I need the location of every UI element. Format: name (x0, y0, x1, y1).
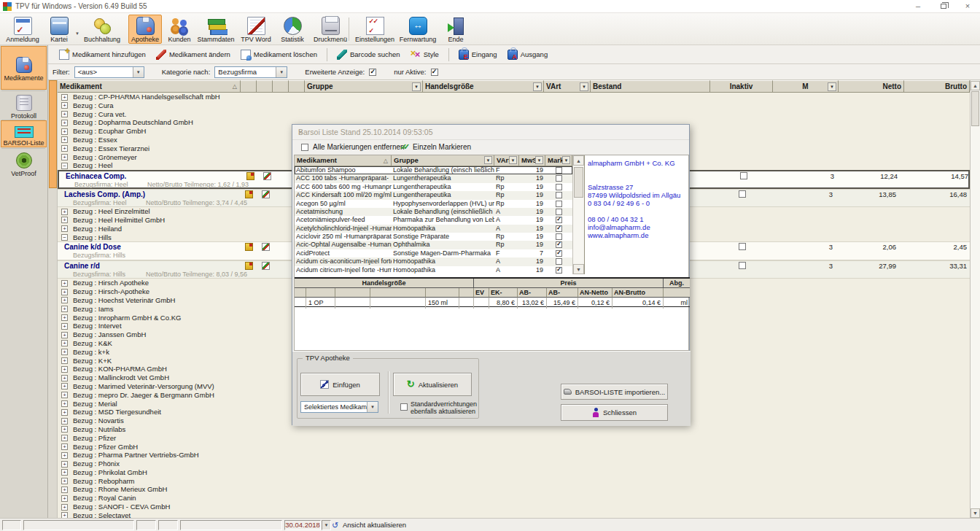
refresh-view-icon[interactable]: ↺ (332, 520, 338, 530)
chevron-down-icon[interactable]: ▼ (580, 82, 588, 91)
column-header-bestand[interactable]: Bestand (591, 80, 710, 93)
expand-toggle-icon[interactable]: + (61, 297, 68, 303)
chevron-down-icon[interactable]: ▼ (484, 156, 492, 164)
expand-toggle-icon[interactable]: + (61, 512, 68, 518)
category-row[interactable]: +Bezug : CP-PHARMA Handelsgesellschaft m… (58, 93, 970, 101)
date-field[interactable]: 30.04.2018 (284, 520, 321, 530)
minimize-button[interactable]: – (906, 0, 930, 13)
expand-toggle-icon[interactable]: − (61, 163, 68, 169)
chevron-down-icon[interactable]: ▼ (828, 82, 836, 91)
category-row[interactable]: +Bezug : Rebopharm (58, 477, 970, 486)
scroll-up-icon[interactable]: ▲ (971, 81, 980, 90)
mark-checkbox[interactable] (556, 192, 562, 198)
scroll-down-icon[interactable]: ▼ (573, 264, 584, 274)
expand-toggle-icon[interactable]: + (61, 94, 68, 101)
expand-toggle-icon[interactable]: + (61, 145, 68, 152)
only-active-checkbox[interactable] (431, 69, 438, 76)
dialog-medication-row[interactable]: AcidProtectSonstige Magen-Darm-PharmakaF… (295, 249, 572, 257)
package-icon[interactable] (245, 243, 253, 251)
dialog-column-gruppe[interactable]: Gruppe▼ (392, 155, 494, 166)
dialog-grid-scrollbar[interactable]: ▲ ▼ (572, 155, 584, 274)
syringe-icon[interactable] (263, 172, 271, 180)
toolbar-item-anmeldung[interactable]: Anmeldung (3, 15, 42, 44)
dialog-medication-row[interactable]: Acidum citricum-Injeel forte -Humanpräpa… (295, 266, 572, 274)
expand-toggle-icon[interactable]: + (61, 469, 68, 476)
expand-toggle-icon[interactable]: − (61, 234, 68, 241)
action-medikament-hinzufügen[interactable]: Medikament hinzufügen (54, 47, 151, 62)
toolbar-item-stammdaten[interactable]: Stammdaten (195, 15, 236, 44)
scroll-up-icon[interactable]: ▲ (573, 155, 584, 166)
expand-toggle-icon[interactable]: + (61, 504, 68, 511)
scrollbar-thumb[interactable] (574, 167, 583, 198)
sidebar-item-medikamente[interactable]: Medikamente (1, 46, 47, 90)
einfuegen-button[interactable]: Einfügen (300, 373, 380, 396)
expand-toggle-icon[interactable]: + (61, 418, 68, 425)
toolbar-item-ende[interactable]: Ende (442, 15, 470, 44)
schliessen-button[interactable]: Schliessen (561, 404, 668, 421)
dialog-medication-row[interactable]: Acic-Ophtal Augensalbe -HumanpräparaOpht… (295, 241, 572, 249)
inaktiv-checkbox[interactable] (739, 190, 746, 198)
category-row[interactable]: +Bezug : Pharma Partner Vertriebs-GmbH (58, 451, 970, 460)
expand-toggle-icon[interactable]: + (61, 136, 68, 143)
dialog-column-mark[interactable]: Mark▼ (545, 155, 572, 166)
expand-toggle-icon[interactable]: + (61, 120, 68, 126)
dialog-medication-row[interactable]: ACC 100 tabs -Humanpräparat-Lungentherap… (295, 174, 572, 182)
expand-toggle-icon[interactable]: + (61, 323, 68, 330)
aktualisieren-button[interactable]: ↻ Aktualisieren (393, 373, 472, 396)
toolbar-item-kunden[interactable]: Kunden (163, 15, 195, 44)
expand-toggle-icon[interactable]: + (61, 340, 68, 346)
mark-checkbox[interactable] (556, 225, 562, 232)
expand-toggle-icon[interactable]: + (61, 478, 68, 484)
toolbar-item-fernwartung[interactable]: Fernwartung (397, 15, 439, 44)
column-header-icon3[interactable] (273, 80, 289, 93)
expand-toggle-icon[interactable]: + (61, 426, 68, 433)
maximize-button[interactable] (930, 0, 955, 13)
mark-checkbox[interactable] (556, 201, 562, 207)
category-row[interactable]: +Bezug : Pfizer GmbH (58, 443, 970, 451)
mark-checkbox[interactable] (556, 167, 562, 174)
close-button[interactable]: × (955, 0, 980, 13)
toolbar-item-buchhaltung[interactable]: Buchhaltung (77, 15, 127, 44)
expand-toggle-icon[interactable]: + (61, 154, 68, 160)
expand-toggle-icon[interactable]: + (61, 225, 68, 232)
category-row[interactable]: +Bezug : Rhone Merieux GmbH (58, 485, 970, 494)
sidebar-item-protokoll[interactable]: Protokoll (1, 91, 47, 119)
dialog-medication-row[interactable]: ACC Kindersaft 100 ml/20 mg/ml -HumarLun… (295, 191, 572, 199)
dialog-column-vart[interactable]: VArt▼ (494, 155, 519, 166)
selection-scope-dropdown[interactable]: Selektiertes Medikamente ▼ (300, 401, 378, 413)
column-header-gruppe[interactable]: Gruppe▼ (305, 80, 423, 93)
category-row[interactable]: +Bezug : SANOFI - CEVA GmbH (58, 503, 970, 511)
column-header-icon1[interactable] (241, 80, 257, 93)
mark-checkbox[interactable] (556, 258, 562, 265)
action-ausgang[interactable]: Ausgang (502, 47, 553, 62)
mark-checkbox[interactable] (556, 267, 562, 274)
column-header-handelsgroesse[interactable]: Handelsgröße▼ (423, 80, 544, 93)
category-row[interactable]: +Bezug : Pfizer (58, 434, 970, 443)
dialog-medication-row[interactable]: Acidum cis-aconiticum-Injeel forte -Huma… (295, 257, 572, 266)
column-header-m[interactable]: M▼ (773, 80, 839, 93)
sidebar-item-barsoi-liste[interactable]: BARSOI-Liste (1, 120, 47, 147)
column-header-netto[interactable]: Netto (839, 80, 904, 93)
grid-scrollbar[interactable]: ▲ ▼ (970, 80, 980, 518)
expand-toggle-icon[interactable]: + (61, 452, 68, 459)
toolbar-item-apotheke[interactable]: Apotheke (128, 15, 162, 44)
column-header-vart[interactable]: VArt▼ (544, 80, 591, 93)
expand-toggle-icon[interactable]: + (61, 487, 68, 493)
dialog-medication-row[interactable]: Abitumfon ShampooLokale Behandlung (eins… (295, 166, 572, 174)
chevron-down-icon[interactable]: ▼ (562, 156, 570, 164)
expand-toggle-icon[interactable]: + (61, 383, 68, 389)
refresh-view-label[interactable]: Ansicht aktualisieren (343, 520, 406, 530)
expand-toggle-icon[interactable]: + (61, 409, 68, 416)
expand-toggle-icon[interactable]: + (61, 349, 68, 355)
category-row[interactable]: +Bezug : Phrikolat GmbH (58, 468, 970, 477)
expand-toggle-icon[interactable]: + (61, 366, 68, 373)
mark-checkbox[interactable] (556, 209, 562, 215)
expand-toggle-icon[interactable]: + (61, 111, 68, 117)
standard-update-checkbox[interactable] (400, 403, 408, 411)
expand-toggle-icon[interactable]: + (61, 280, 68, 287)
syringe-icon[interactable] (262, 243, 270, 251)
scrollbar-thumb[interactable] (971, 91, 979, 126)
expand-toggle-icon[interactable]: + (61, 128, 68, 135)
action-eingang[interactable]: Eingang (454, 47, 502, 62)
syringe-icon[interactable] (262, 262, 270, 270)
